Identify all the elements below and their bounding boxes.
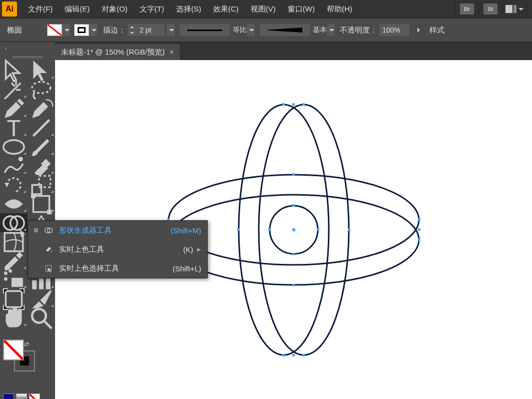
opacity-label: 不透明度： bbox=[340, 26, 377, 35]
opacity-field[interactable]: 100% bbox=[379, 24, 409, 36]
fill-swatch[interactable] bbox=[47, 24, 62, 36]
flyout-item-label: 形状生成器工具 bbox=[59, 226, 163, 235]
active-indicator-icon bbox=[34, 228, 38, 232]
menu-select[interactable]: 选择(S) bbox=[170, 0, 207, 18]
live-paint-bucket-icon bbox=[43, 244, 54, 254]
svg-point-4 bbox=[19, 157, 23, 161]
svg-rect-38 bbox=[348, 228, 350, 231]
fill-color-swatch[interactable] bbox=[3, 339, 24, 360]
swap-fill-stroke-icon[interactable]: ⇄ bbox=[24, 340, 29, 347]
svg-rect-41 bbox=[282, 103, 285, 106]
stroke-weight-stepper[interactable] bbox=[128, 24, 137, 36]
document-tab-title: 未标题-1* @ 150% (RGB/预览) bbox=[61, 48, 165, 57]
submenu-arrow-icon: ▸ bbox=[197, 245, 201, 254]
bridge-button[interactable]: Br bbox=[460, 4, 474, 15]
flyout-item-shortcut: (Shift+L) bbox=[173, 264, 201, 273]
menu-object[interactable]: 对象(O) bbox=[96, 0, 134, 18]
stroke-swatch[interactable] bbox=[74, 24, 89, 36]
svg-rect-40 bbox=[292, 354, 295, 356]
options-bar: 椭圆 描边： 2 pt 等比 基本 不透明度： 100% 样式 bbox=[0, 18, 532, 42]
svg-rect-50 bbox=[418, 238, 420, 241]
svg-point-28 bbox=[239, 105, 329, 355]
variable-width-profile[interactable] bbox=[180, 24, 230, 36]
document-tab[interactable]: 未标题-1* @ 150% (RGB/预览) × bbox=[55, 44, 180, 60]
svg-point-19 bbox=[9, 269, 12, 272]
menu-effect[interactable]: 效果(C) bbox=[207, 0, 245, 18]
svg-rect-32 bbox=[292, 228, 295, 231]
menu-type[interactable]: 文字(T) bbox=[134, 0, 170, 18]
svg-rect-43 bbox=[282, 354, 285, 356]
close-icon[interactable]: × bbox=[170, 48, 174, 56]
menu-view[interactable]: 视图(V) bbox=[245, 0, 282, 18]
stroke-weight-label: 描边： bbox=[103, 26, 126, 35]
flyout-live-paint-bucket[interactable]: 实时上色工具 (K) ▸ bbox=[28, 240, 207, 259]
menu-edit[interactable]: 编辑(E) bbox=[59, 0, 96, 18]
flyout-item-label: 实时上色工具 bbox=[59, 245, 175, 254]
stroke-weight-field[interactable]: 2 pt bbox=[137, 24, 165, 36]
flyout-item-shortcut: (K) bbox=[183, 245, 193, 254]
profile1-dropdown[interactable] bbox=[247, 24, 255, 36]
document-tab-bar: 未标题-1* @ 150% (RGB/预览) × bbox=[55, 42, 532, 60]
svg-point-20 bbox=[4, 277, 8, 280]
color-mode-solid[interactable] bbox=[3, 393, 14, 399]
svg-point-25 bbox=[32, 309, 46, 323]
stroke-weight-dropdown[interactable] bbox=[167, 24, 175, 36]
active-tool-label: 椭圆 bbox=[7, 26, 22, 35]
svg-rect-46 bbox=[418, 228, 420, 231]
fill-dropdown[interactable] bbox=[62, 24, 70, 36]
profile-label-2: 基本 bbox=[313, 26, 327, 35]
color-mode-none[interactable] bbox=[29, 393, 40, 399]
fill-stroke-controls: ⇄ bbox=[3, 339, 33, 369]
hand-tool[interactable] bbox=[0, 308, 28, 327]
svg-point-0 bbox=[32, 82, 51, 93]
flyout-live-paint-selection[interactable]: 实时上色选择工具 (Shift+L) bbox=[28, 259, 207, 278]
menu-window[interactable]: 窗口(W) bbox=[282, 0, 321, 18]
stroke-dropdown[interactable] bbox=[89, 24, 97, 36]
shape-builder-flyout: 形状生成器工具 (Shift+M) 实时上色工具 (K) ▸ 实时上色选择工具 … bbox=[28, 220, 208, 278]
svg-line-26 bbox=[45, 321, 52, 328]
profile2-dropdown[interactable] bbox=[327, 24, 335, 36]
shape-builder-icon bbox=[43, 225, 54, 235]
live-paint-selection-icon bbox=[43, 263, 54, 273]
profile-label-1: 等比 bbox=[233, 26, 247, 35]
svg-rect-51 bbox=[292, 173, 295, 176]
style-label: 样式 bbox=[429, 26, 444, 35]
svg-rect-35 bbox=[292, 204, 295, 207]
svg-rect-33 bbox=[268, 228, 271, 231]
flyout-shape-builder[interactable]: 形状生成器工具 (Shift+M) bbox=[28, 221, 207, 240]
svg-point-29 bbox=[259, 105, 349, 355]
svg-rect-42 bbox=[302, 103, 305, 106]
menu-file[interactable]: 文件(F) bbox=[22, 0, 59, 18]
menubar: Ai 文件(F) 编辑(E) 对象(O) 文字(T) 选择(S) 效果(C) 视… bbox=[0, 0, 532, 18]
flyout-item-shortcut: (Shift+M) bbox=[171, 226, 201, 235]
svg-rect-52 bbox=[292, 284, 295, 286]
zoom-tool[interactable] bbox=[28, 308, 55, 327]
panel-collapse-button[interactable]: ‹‹ bbox=[0, 42, 10, 54]
svg-rect-34 bbox=[317, 228, 319, 231]
svg-rect-36 bbox=[292, 253, 295, 255]
chevron-down-icon[interactable] bbox=[518, 8, 523, 11]
svg-rect-49 bbox=[418, 218, 420, 221]
color-mode-gradient[interactable] bbox=[16, 393, 27, 399]
svg-rect-44 bbox=[302, 354, 305, 356]
svg-rect-37 bbox=[237, 228, 240, 231]
brush-definition[interactable] bbox=[260, 24, 310, 36]
svg-rect-9 bbox=[31, 193, 36, 198]
workspace-layout-icon[interactable] bbox=[505, 5, 516, 13]
svg-point-18 bbox=[4, 271, 8, 275]
opacity-more[interactable] bbox=[412, 24, 424, 36]
stock-button[interactable]: St bbox=[483, 4, 497, 15]
menu-help[interactable]: 帮助(H) bbox=[321, 0, 358, 18]
flyout-item-label: 实时上色选择工具 bbox=[59, 264, 165, 273]
ai-logo-icon: Ai bbox=[2, 2, 17, 17]
svg-rect-39 bbox=[292, 103, 295, 106]
